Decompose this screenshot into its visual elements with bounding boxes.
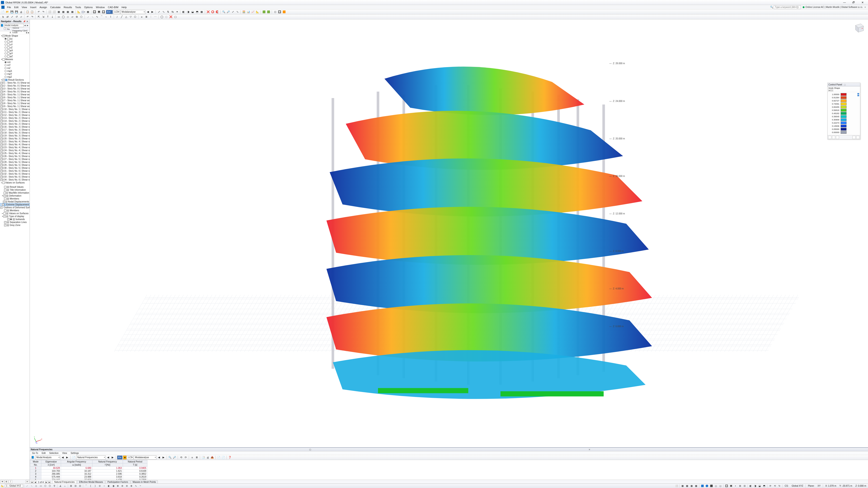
status-btn-14[interactable]: ⊞	[69, 484, 73, 488]
bp-btn-27[interactable]: 🖨	[206, 455, 210, 459]
toolbar-btn-tb1-38[interactable]: ◧	[182, 10, 186, 14]
toolbar-btn-tb1-39[interactable]: ◨	[186, 10, 190, 14]
toolbar-btn-tb2-18[interactable]: ⧉	[75, 15, 79, 19]
tab-last[interactable]: ⏭	[48, 481, 51, 484]
bp-btn-14[interactable]: ◀	[157, 455, 161, 459]
toolbar-btn-tb2-4[interactable]: ⤾	[19, 15, 23, 19]
minimize-button[interactable]: —	[840, 0, 849, 5]
nav-next[interactable]: ▶	[27, 24, 29, 26]
status-btn-25[interactable]: ⊗	[116, 484, 120, 488]
toolbar-btn-tb1-51[interactable]: ⤡	[235, 10, 239, 14]
bp-menu-Edit[interactable]: Edit	[40, 452, 47, 454]
status-btn-24[interactable]: ◑	[111, 484, 115, 488]
section-row[interactable]: 25 - Story No. 4 | Shear wall No...	[0, 152, 30, 155]
menu-options[interactable]: Options	[83, 5, 94, 9]
section-row[interactable]: 32 - Story No. 6 | Shear wall No...	[0, 172, 30, 175]
status-btn-15[interactable]: ⊟	[73, 484, 78, 488]
menu-calculate[interactable]: Calculate	[49, 5, 62, 9]
status-btn-54[interactable]: ⬒	[762, 484, 766, 488]
status-btn-9[interactable]: ⚲	[52, 484, 56, 488]
bp-close-icon[interactable]: ✕	[589, 449, 867, 451]
bp-btn-0[interactable]: 📘	[31, 455, 35, 459]
navigator-combo[interactable]: Modal Analysis	[4, 24, 24, 27]
cp-btn-4[interactable]	[852, 136, 856, 139]
bp-combo-1[interactable]: Modal Analysis▾	[35, 455, 60, 459]
status-btn-48[interactable]: ⊞	[738, 484, 742, 488]
status-btn-47[interactable]: ▪	[734, 484, 738, 488]
menu-assign[interactable]: Assign	[38, 5, 49, 9]
status-btn-23[interactable]: ◐	[107, 484, 111, 488]
nav-item[interactable]: Max/Min Information	[0, 191, 30, 194]
toolbar-btn-tb2-41[interactable]: ❌	[169, 15, 173, 19]
bp-combo-13[interactable]: Modalanalyse▾	[134, 455, 156, 459]
section-row[interactable]: 23 - Story No. 4 | Shear wall No...	[0, 146, 30, 149]
nav-icon-3[interactable]: ⤴	[8, 480, 12, 483]
cp-btn-5[interactable]	[856, 136, 860, 139]
bp-tab-2[interactable]: Participation Factors	[105, 480, 130, 484]
toolbar-btn-tb1-49[interactable]: 🔎	[226, 10, 230, 14]
toolbar-btn-tb1-20[interactable]: ▾	[81, 10, 86, 14]
status-btn-46[interactable]: 🔳	[729, 484, 733, 488]
menu-results[interactable]: Results	[62, 5, 74, 9]
section-row[interactable]: 20 - Story No. 3 | Shear wall No...	[0, 137, 30, 140]
bp-menu-Selection[interactable]: Selection	[48, 452, 60, 454]
toolbar-combo-27[interactable]: LC9▾	[113, 10, 120, 14]
bp-btn-26[interactable]: 📑	[201, 455, 205, 459]
toolbar-btn-tb1-17[interactable]: ▦	[70, 10, 74, 14]
section-row[interactable]: 26 - Story No. 5 | Shear wall No...	[0, 155, 30, 158]
toolbar-btn-tb1-2[interactable]: 💾	[10, 10, 14, 14]
section-row[interactable]: 16 - Story No. 3 | Shear wall No...	[0, 125, 30, 128]
bp-btn-23[interactable]: ≡	[190, 455, 194, 459]
section-row[interactable]: 21 - Story No. 4 | Shear wall No...	[0, 140, 30, 143]
toolbar-btn-tb2-19[interactable]: ⬠	[79, 15, 84, 19]
bp-btn-28[interactable]: 📤	[210, 455, 214, 459]
search-input[interactable]	[774, 5, 801, 9]
nav-item[interactable]: Members	[0, 209, 30, 212]
toolbar-btn-tb1-0[interactable]: 📄	[1, 10, 5, 14]
status-btn-21[interactable]: ⊙	[98, 484, 102, 488]
toolbar-btn-tb1-42[interactable]: ▦	[199, 10, 204, 14]
toolbar-btn-tb1-54[interactable]: 📊	[246, 10, 250, 14]
menu-cad-bim[interactable]: CAD-BIM	[106, 5, 120, 9]
toolbar-btn-tb2-31[interactable]: ▽	[129, 15, 133, 19]
menu-insert[interactable]: Insert	[29, 5, 38, 9]
status-btn-37[interactable]: ▦	[694, 484, 698, 488]
section-row[interactable]: 24 - Story No. 4 | Shear wall No...	[0, 149, 30, 152]
status-btn-36[interactable]: ▦	[690, 484, 694, 488]
nav-icon-2[interactable]: ⚙	[4, 480, 8, 483]
toolbar-btn-tb1-46[interactable]: 🧲	[215, 10, 219, 14]
toolbar-btn-tb2-23[interactable]: ∿	[95, 15, 99, 19]
section-row[interactable]: 6 - Story No. 1 | Shear wall No...	[0, 96, 30, 99]
section-row[interactable]: 28 - Story No. 5 | Shear wall No...	[0, 161, 30, 164]
toolbar-btn-tb2-11[interactable]: ⤒	[46, 15, 50, 19]
toolbar-btn-tb2-17[interactable]: ▱	[70, 15, 74, 19]
toolbar-btn-tb1-63[interactable]: 🟧	[282, 10, 286, 14]
toolbar-btn-tb1-1[interactable]: 📂	[5, 10, 9, 14]
section-row[interactable]: 10 - Story No. 1 | Shear wall No...	[0, 108, 30, 111]
maximize-button[interactable]: 🗗	[849, 0, 858, 5]
bp-menu-Settings[interactable]: Settings	[69, 452, 80, 454]
toolbar-btn-tb2-10[interactable]: ⇲	[41, 15, 45, 19]
pin-icon[interactable]: 📌	[23, 20, 26, 23]
toolbar-btn-tb2-7[interactable]: ↷	[30, 15, 34, 19]
status-btn-7[interactable]: ⬠	[43, 484, 47, 488]
nav-item[interactable]: Isobands	[0, 218, 30, 221]
toolbar-btn-tb1-15[interactable]: ▦	[61, 10, 65, 14]
section-row[interactable]: 33 - Story No. 6 | Shear wall No...	[0, 175, 30, 178]
toolbar-btn-tb1-30[interactable]: ▶	[150, 10, 154, 14]
status-btn-53[interactable]: ⬓	[758, 484, 762, 488]
toolbar-btn-tb1-16[interactable]: ▦	[66, 10, 70, 14]
cp-btn-1[interactable]	[828, 136, 831, 139]
status-btn-18[interactable]: ⌒	[84, 484, 88, 488]
bp-btn-8[interactable]: ▶	[111, 455, 115, 459]
toolbar-btn-tb1-25[interactable]: 🔲	[101, 10, 105, 14]
status-btn-45[interactable]: 🔲	[724, 484, 728, 488]
bp-combo-6[interactable]: Natural Frequencies▾	[76, 455, 105, 459]
toolbar-btn-tb1-50[interactable]: ⤢	[231, 10, 235, 14]
toolbar-btn-tb1-48[interactable]: 🔍	[222, 10, 226, 14]
status-combo[interactable]: 1 - Global XYZ	[5, 484, 23, 488]
section-row[interactable]: 17 - Story No. 3 | Shear wall No...	[0, 128, 30, 131]
bp-btn-7[interactable]: ◀	[106, 455, 110, 459]
section-row[interactable]: 34 - Story No. 6 | Shear wall No...	[0, 178, 30, 181]
status-btn-11[interactable]: ∡	[58, 484, 62, 488]
